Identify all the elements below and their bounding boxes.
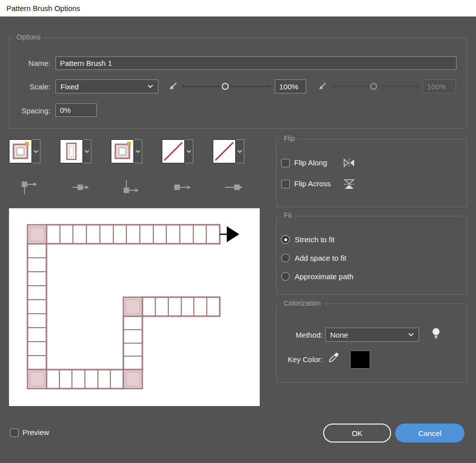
inner-corner-tile-slot[interactable] — [111, 139, 142, 163]
name-label: Name: — [10, 59, 50, 67]
scale-secondary-slider-knob — [370, 83, 377, 90]
scale-value-input[interactable] — [275, 79, 306, 93]
chevron-down-icon — [147, 84, 153, 88]
flip-across-label: Flip Across — [294, 179, 331, 188]
tile-dropdown-arrow[interactable] — [185, 139, 193, 163]
method-select[interactable]: None — [325, 328, 419, 342]
tile-dropdown-arrow[interactable] — [236, 139, 244, 163]
fit-approximate-label: Approximate path — [295, 272, 354, 281]
flip-across-checkbox[interactable] — [281, 180, 290, 188]
scale-slider-icon — [168, 81, 178, 91]
cancel-button[interactable]: Cancel — [395, 424, 465, 443]
chevron-down-icon — [408, 333, 414, 337]
pattern-brush-options-dialog: Pattern Brush Options Options Name: Scal… — [0, 0, 476, 463]
chevron-down-icon — [84, 150, 89, 153]
scale-slider-knob[interactable] — [222, 83, 229, 90]
dialog-title: Pattern Brush Options — [6, 4, 80, 12]
spacing-input[interactable] — [55, 103, 97, 117]
outer-corner-tile-swatch — [9, 139, 32, 163]
none-thumbnail — [213, 140, 235, 163]
corner-tiles — [27, 225, 142, 389]
tile-dropdown-arrow[interactable] — [83, 139, 91, 163]
options-legend: Options — [13, 33, 43, 41]
none-thumbnail — [162, 140, 184, 163]
options-group: Options Name: Scale: Fixed Spacing: — [9, 37, 467, 129]
method-value: None — [330, 331, 348, 339]
key-color-swatch[interactable] — [350, 351, 370, 369]
tile-dropdown-arrow[interactable] — [32, 139, 40, 163]
scale-secondary-value-input — [423, 79, 456, 93]
fit-legend: Fit — [281, 211, 295, 219]
key-color-label: Key Color: — [277, 355, 323, 364]
start-tile-slot[interactable] — [162, 139, 193, 163]
fit-stretch-label: Stretch to fit — [295, 235, 335, 244]
preview-checkbox[interactable] — [10, 429, 18, 437]
end-tile-slot[interactable] — [213, 139, 244, 163]
fit-approximate-radio[interactable] — [281, 272, 290, 281]
chevron-down-icon — [135, 150, 140, 153]
inner-corner-tile-icon — [122, 178, 141, 197]
ok-button[interactable]: OK — [323, 424, 391, 443]
scale-label: Scale: — [10, 82, 50, 91]
side-tile-swatch — [60, 139, 83, 163]
ok-button-label: OK — [352, 429, 363, 438]
outer-corner-tile-slot[interactable] — [9, 139, 40, 163]
brush-stroke-preview — [9, 208, 260, 406]
name-input[interactable] — [55, 56, 457, 70]
side-tile-icon — [71, 178, 90, 197]
pattern-thumbnail — [60, 140, 82, 163]
scale-secondary-slider-icon — [318, 81, 328, 91]
chevron-down-icon — [33, 150, 38, 153]
inner-corner-tile-swatch — [111, 139, 134, 163]
eyedropper-icon[interactable] — [328, 352, 340, 364]
flip-along-checkbox[interactable] — [281, 159, 290, 167]
side-tile-slot[interactable] — [60, 139, 91, 163]
method-label: Method: — [277, 331, 323, 339]
chevron-down-icon — [186, 150, 191, 153]
swatch-marker — [25, 142, 29, 146]
flip-group: Flip Flip Along Flip Across — [276, 139, 467, 207]
outer-corner-tile-icon — [20, 178, 39, 197]
start-tile-icon — [173, 178, 192, 197]
fit-stretch-radio[interactable] — [281, 235, 290, 244]
end-tile-icon — [224, 178, 243, 197]
pattern-thumbnail — [111, 140, 133, 163]
scale-mode-value: Fixed — [60, 82, 79, 91]
flip-along-icon — [343, 157, 356, 168]
flip-legend: Flip — [281, 134, 298, 142]
colorization-group: Colorization Method: None Key Color: — [276, 304, 467, 383]
start-tile-swatch — [162, 139, 185, 163]
colorization-tips-lightbulb-icon[interactable] — [432, 327, 441, 340]
pattern-thumbnail — [9, 140, 31, 163]
fit-add-space-label: Add space to fit — [295, 254, 346, 262]
colorization-legend: Colorization — [281, 299, 324, 307]
path-direction-arrow — [220, 226, 239, 242]
preview-label: Preview — [22, 428, 49, 437]
scale-mode-select[interactable]: Fixed — [55, 79, 158, 93]
fit-group: Fit Stretch to fit Add space to fit Appr… — [276, 216, 467, 295]
spacing-label: Spacing: — [10, 106, 50, 115]
brush-preview-canvas — [9, 208, 260, 406]
dialog-title-bar: Pattern Brush Options — [0, 0, 476, 16]
tile-dropdown-arrow[interactable] — [134, 139, 142, 163]
flip-along-label: Flip Along — [294, 158, 327, 167]
flip-across-icon — [343, 178, 355, 190]
cancel-button-label: Cancel — [418, 429, 442, 438]
chevron-down-icon — [237, 150, 242, 153]
swatch-marker — [127, 142, 131, 146]
end-tile-swatch — [213, 139, 236, 163]
fit-add-space-radio[interactable] — [281, 254, 290, 262]
